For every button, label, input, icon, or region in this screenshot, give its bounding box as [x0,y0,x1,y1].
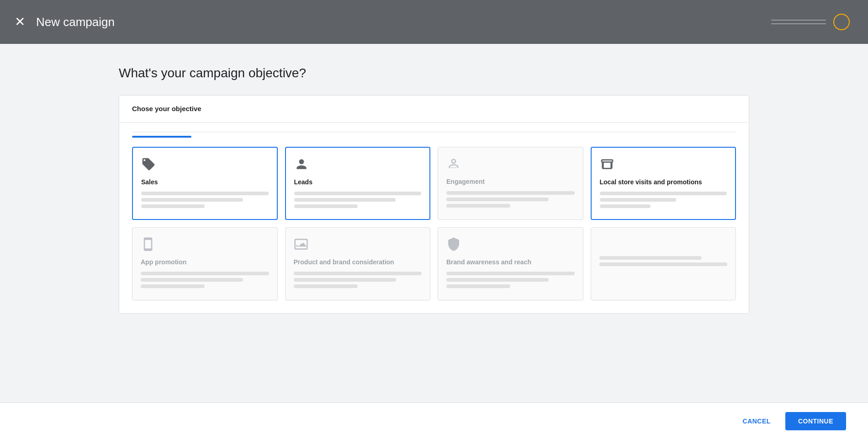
progress-track [132,132,736,132]
header-right [771,14,850,30]
leads-label: Leads [294,178,422,187]
skel [446,272,575,275]
tag-icon [141,157,156,171]
progress-area [132,132,736,138]
header: ✕ New campaign [0,0,868,44]
skel [446,284,510,288]
engagement-label: Engagement [446,177,575,187]
skel [294,192,422,195]
brand-awareness-label: Brand awareness and reach [446,258,575,267]
objective-product-brand[interactable]: Product and brand consideration [285,227,431,300]
card-header: Chose your objective [119,96,749,123]
objectives-grid-row1: Sales Leads [132,147,736,220]
close-button[interactable]: ✕ [15,16,25,28]
skel [446,204,510,208]
objective-sales[interactable]: Sales [132,147,278,220]
card-body: Sales Leads [119,123,749,313]
skel [599,256,702,260]
objective-brand-awareness[interactable]: Brand awareness and reach [438,227,583,300]
person-icon [294,157,309,171]
objectives-grid-row2: App promotion Product and brand consider… [132,227,736,300]
local-store-label: Local store visits and promotions [600,178,727,187]
skel [141,192,269,195]
image-icon [294,237,308,252]
card-section-label: Chose your objective [132,105,201,112]
skel [141,284,205,288]
objective-app-promotion[interactable]: App promotion [132,227,278,300]
skel [141,278,243,282]
skel [294,284,358,288]
skel [600,192,727,195]
progress-line-1 [771,20,826,21]
shield-icon [446,237,461,252]
skel [141,204,205,208]
continue-button[interactable]: CONTINUE [785,412,846,430]
skel [446,198,549,201]
objective-engagement[interactable]: Engagement [438,147,583,220]
progress-line-2 [771,23,826,24]
skel [600,198,676,202]
skel [294,278,396,282]
cancel-button[interactable]: CANCEL [736,413,778,429]
objective-empty [591,227,736,300]
header-title: New campaign [36,15,115,29]
skel [141,272,269,275]
store-icon [600,157,614,171]
skel [294,272,422,275]
main-content: What's your campaign objective? Chose yo… [0,44,868,314]
phone-icon [141,237,155,252]
skel [294,204,358,208]
user-avatar [833,14,850,30]
skel [294,198,396,202]
skel [446,278,549,282]
page-title: What's your campaign objective? [119,66,749,80]
app-promotion-label: App promotion [141,258,269,267]
skel [600,204,651,208]
objective-leads[interactable]: Leads [285,147,431,220]
sales-label: Sales [141,178,269,187]
person-outline-icon [446,156,461,171]
objective-card: Chose your objective Sales [119,95,749,314]
skel [141,198,243,202]
progress-lines [771,20,826,24]
skel [446,191,575,195]
objective-local-store[interactable]: Local store visits and promotions [591,147,736,220]
product-brand-label: Product and brand consideration [294,258,422,267]
footer: CANCEL CONTINUE [0,402,868,439]
skel [599,262,728,266]
progress-bar [132,136,191,138]
